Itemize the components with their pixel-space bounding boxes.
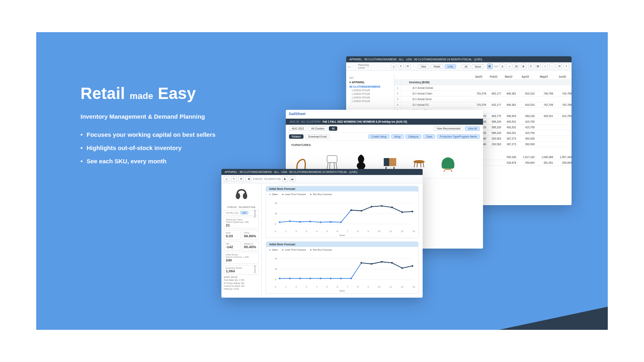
forecast-chart-2: 02040 [274,253,418,286]
view-all-button[interactable]: View All [465,126,480,131]
prev-icon[interactable]: ◀ [246,176,251,182]
product-thumb[interactable] [436,151,460,174]
tab-none[interactable]: None [472,64,484,69]
tab-view[interactable]: View [418,64,429,69]
window-title: APPAREL · 90 CLOTHING/WOMENS · ALL · USA… [225,171,357,173]
chip[interactable]: Category [405,134,421,139]
product-image [229,186,254,204]
svg-rect-0 [327,156,337,163]
align-icon[interactable]: ≡ [507,64,512,69]
more-icon[interactable]: ⋯ [549,64,555,69]
stats-sidebar: 4780122 · SILVERSTONE Test Buy Qty : 205… [221,183,262,295]
breadcrumb: AUG 22 · ALL CLUSTERS · AUG 22 · ALL CLU… [286,119,483,125]
gear-icon[interactable]: ⚙ [557,64,562,69]
settings-icon[interactable]: ⚙ [405,64,411,69]
hero-bullet: Highlights out-of-stock inventory [80,144,290,151]
y-axis-label: Quantity [254,210,287,218]
refresh-icon[interactable]: ↻ [231,176,237,182]
tab-related[interactable]: Related [289,134,303,139]
refresh-icon[interactable]: ↻ [398,64,404,69]
svg-text:0: 0 [275,223,276,225]
svg-text:40: 40 [275,258,277,260]
svg-rect-2 [384,158,389,166]
chip[interactable]: Production Type/Program Name [437,134,480,139]
hero-bullet: See each SKU, every month [80,158,290,165]
chart-card-2: Initial Store Forecast SalesLead Time Fo… [266,241,419,294]
tree-item-active[interactable]: 90 CLOTHING/WOMENS [349,85,391,88]
pill-all[interactable]: All [329,126,337,131]
table-row[interactable]: 32LY Actual Store [394,97,572,102]
save-icon[interactable]: ⎙ [224,176,229,182]
tab-retail[interactable]: Retail [431,64,443,69]
chip[interactable]: Class [423,134,435,139]
view-recommended-button[interactable]: View Recommended [433,126,463,131]
tree-item[interactable]: LOREM IPSUM [352,100,391,103]
window-title: APPAREL · 90 CLOTHING/WOMENS · ALL · USA… [349,58,482,61]
toolbar: ▸ Planning Level ⎙ ↻ ⚙ View Retail Units… [346,62,572,71]
table-row[interactable]: 12LY Actual Global [394,85,572,91]
window-titlebar: APPAREL · 90 CLOTHING/WOMENS · ALL · USA… [221,169,423,175]
tree-item[interactable]: LOREM IPSUM [352,89,391,92]
section-title: FURNITURES [286,141,483,147]
hero: Retail made Easy Inventory Management & … [80,84,290,171]
forecast-chart-1: 03060 [274,197,418,230]
help-icon[interactable]: ? [542,64,548,69]
chip[interactable]: Setup [391,134,404,139]
filter-icon[interactable]: ◐ [521,64,526,69]
svg-rect-6 [445,169,451,170]
breadcrumb-label: Planning Level [358,64,376,69]
y-axis-label: Quantity [254,265,287,273]
tree-item[interactable]: LOREM IPSUM [352,96,391,99]
svg-text:60: 60 [275,202,277,204]
svg-point-7 [235,193,240,199]
hero-subtitle: Inventory Management & Demand Planning [80,113,290,120]
kpi-label: KD: [349,76,391,79]
svg-text:0: 0 [275,279,276,281]
grid-section: Inventory (BOM) [401,80,572,85]
pill-clusters[interactable]: All Clusters [308,126,327,131]
tab-units[interactable]: Units [445,64,456,69]
breadcrumb: 4780122 · SILVERSTONE [253,178,281,180]
window-titlebar: APPAREL · 90 CLOTHING/WOMENS · ALL · USA… [346,56,572,62]
bold-icon[interactable]: B [500,64,505,69]
pill-month[interactable]: AUG 2022 [289,126,307,131]
tab-all[interactable]: All [462,64,470,69]
last-icon[interactable]: ⏭ [290,176,295,182]
breadcrumb-caret-icon: ▸ [349,65,356,68]
table-row[interactable]: 22LY Actual Chain701,578802,177846,38181… [394,91,572,97]
columns-icon[interactable]: ▥ [514,64,520,69]
stat-rank: Style/Color Rank Total # Style/Color: 40… [224,217,259,229]
toolbar: ⎙ ↻ ⚙ ◀ 4780122 · SILVERSTONE ▶ ⏭ [221,175,423,183]
app-logo: DailSheet [289,112,305,116]
chip[interactable]: Create Setup [368,134,389,139]
save-icon[interactable]: ⎙ [391,64,396,69]
tree-root[interactable]: ▾ APPAREL [349,81,391,84]
tree-item[interactable]: LOREM IPSUM [352,93,391,95]
grid-tool-icon[interactable]: ▦ [487,64,493,69]
svg-point-8 [243,193,247,199]
chart-card-1: Initial Store Forecast SalesLead Time Fo… [266,186,419,238]
forecast-window: APPAREL · 90 CLOTHING/WOMENS · ALL · USA… [221,169,423,298]
product-code: 4780122 · SILVERSTONE [224,206,259,208]
table-row[interactable]: 42LY Actual DC731,578832,177846,381810,3… [394,102,572,108]
hero-title: Retail made Easy [80,84,290,103]
table-icon[interactable]: ▤ [535,64,541,69]
export-icon[interactable]: ⇪ [564,64,569,69]
hero-bullets: Focuses your working capital on best sel… [80,131,290,165]
next-icon[interactable]: ▶ [283,176,288,182]
tab-download[interactable]: Download Excel [305,134,330,139]
tab-row: Related Download Excel Create Setup Setu… [286,133,483,141]
sort-icon[interactable]: ⇵ [528,64,534,69]
settings-icon[interactable]: ⚙ [238,176,244,182]
hero-bullet: Focuses your working capital on best sel… [80,131,290,138]
filter-row: AUG 2022 All Clusters All View Recommend… [286,125,483,133]
